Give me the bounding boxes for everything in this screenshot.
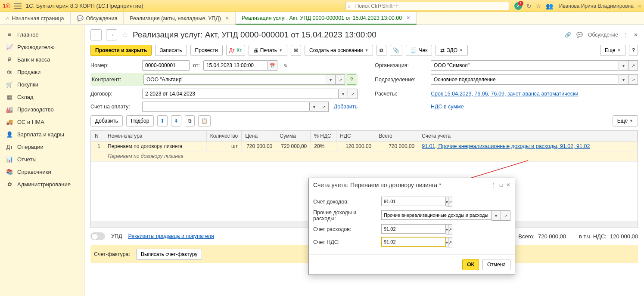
date-field[interactable] [203,60,268,71]
edo-button[interactable]: ⇄ЭДО▼ [436,45,468,56]
forward-button[interactable]: → [106,29,117,40]
col-ndspct[interactable]: % НДС [311,131,336,142]
nds-mode-link[interactable]: НДС в сумме [431,104,638,110]
dropdown-icon[interactable]: ▾ [492,210,501,221]
add-link[interactable]: Добавить [334,104,358,110]
cell-n[interactable]: 1 [91,142,104,151]
open-icon[interactable]: ↗ [628,74,638,85]
expense-acc-field[interactable] [381,224,446,234]
attach-button[interactable]: 📎 [390,45,402,56]
accounts-link[interactable]: 91.01, Прочие внереализационные доходы и… [422,143,590,149]
contragent-field[interactable] [143,74,326,85]
more-button[interactable]: Еще▼ [600,45,625,56]
col-accounts[interactable]: Счета учета [418,131,638,142]
dropdown-icon[interactable]: ▾ [310,102,319,112]
discuss-label[interactable]: Обсуждение [588,32,618,38]
sidebar-item-bank[interactable]: ₽Банк и касса [0,53,84,66]
dropdown-icon[interactable]: ▾ [619,60,628,71]
open-icon[interactable]: ↗ [319,102,329,112]
cell-nomen-detail[interactable]: Перенаем по договору лизинга [104,151,638,161]
discuss-icon[interactable]: 💬 [576,32,583,38]
cell-price[interactable]: 720 000,00 [242,142,276,151]
copy-button[interactable]: ⧉ [185,115,195,126]
sidebar-item-production[interactable]: 🏭Производство [0,103,84,116]
global-search-input[interactable] [345,2,509,10]
history-icon[interactable]: ↻ [526,3,532,9]
open-icon[interactable]: ↗ [501,210,510,221]
col-sum[interactable]: Сумма [276,131,311,142]
link-icon[interactable]: 🔗 [565,32,571,38]
sidebar-item-hr[interactable]: 👤Зарплата и кадры [0,128,84,141]
close-icon[interactable]: ✕ [506,182,510,188]
sidebar-item-reports[interactable]: 📊Отчеты [0,153,84,166]
open-icon[interactable]: ↗ [448,197,452,207]
open-icon[interactable]: ↗ [628,60,638,71]
users-icon[interactable]: 👥 [546,3,553,9]
print-button[interactable]: 🖨Печать▼ [249,45,287,56]
ok-button[interactable]: ОК [462,259,479,270]
back-button[interactable]: ← [90,29,102,40]
col-n[interactable]: N [91,131,104,142]
close-icon[interactable]: ✕ [225,15,229,21]
cell-ndspct[interactable]: 20% [311,142,336,151]
calendar-icon[interactable]: 📅 [268,60,277,71]
help-icon[interactable]: ? [347,74,356,85]
col-nomen[interactable]: Номенклатура [104,131,207,142]
table-row-sub[interactable]: Перенаем по договору лизинга [91,151,638,161]
sidebar-item-purchases[interactable]: 🛒Покупки [0,78,84,91]
pick-button[interactable]: Подбор [126,115,154,126]
open-icon[interactable]: ↗ [448,237,452,247]
open-icon[interactable]: ↗ [336,74,345,85]
check-button[interactable]: 🧾Чек [406,45,432,56]
org-field[interactable] [431,60,619,71]
save-button[interactable]: Записать [155,45,187,56]
email-button[interactable]: ✉ [291,45,301,56]
sidebar-item-directories[interactable]: 📚Справочники [0,166,84,178]
sidebar-item-warehouse[interactable]: ▦Склад [0,91,84,103]
col-total[interactable]: Всего [375,131,418,142]
favorite-icon[interactable]: ☆ [121,30,128,40]
paste-button[interactable]: 📋 [198,115,211,126]
close-icon[interactable]: ✕ [406,15,410,21]
help-button[interactable]: ? [629,45,638,56]
kebab-icon[interactable]: ⋮ [491,182,496,188]
col-price[interactable]: Цена [242,131,276,142]
table-row[interactable]: 1 Перенаем по договору лизинга шт 720 00… [91,142,638,151]
upd-toggle[interactable] [90,232,105,240]
notifications-icon[interactable]: ✔1 [514,2,522,10]
close-icon[interactable]: ✕ [634,32,638,38]
other-inc-field[interactable] [381,210,492,220]
star-icon[interactable]: ☆ [536,3,541,9]
cell-sum[interactable]: 720 000,00 [276,142,311,151]
number-field[interactable] [142,60,190,71]
open-icon[interactable]: ↗ [448,224,452,234]
sidebar-item-main[interactable]: ≡Главное [0,28,84,41]
cell-total[interactable]: 720 000,00 [375,142,418,151]
division-field[interactable] [431,74,619,85]
table-more-button[interactable]: Еще▼ [613,115,638,126]
kebab-icon[interactable]: ⋮ [623,32,628,38]
col-qty[interactable]: Количество [206,131,241,142]
dropdown-icon[interactable]: ▾ [619,74,628,85]
open-icon[interactable]: ↗ [348,89,358,99]
add-row-button[interactable]: Добавить [90,115,123,126]
post-button[interactable]: Провести [190,45,223,56]
tab-discussions[interactable]: 💬 Обсуждения [71,12,124,25]
tab-current-doc[interactable]: Реализация услуг: Акт, УПД 0000-000001 о… [236,12,417,25]
create-based-button[interactable]: Создать на основании▼ [305,45,373,56]
sidebar-item-assets[interactable]: 🚚ОС и НМА [0,116,84,128]
tab-home[interactable]: ⌂ Начальная страница [0,12,71,25]
refresh-icon[interactable]: ↻ [281,60,290,71]
move-up-button[interactable]: ⬆ [157,115,168,126]
sidebar-item-manager[interactable]: 📈Руководителю [0,41,84,53]
seller-details-link[interactable]: Реквизиты продавца и покупателя [128,233,214,239]
sidebar-item-sales[interactable]: 🛍Продажи [0,66,84,78]
maximize-icon[interactable]: □ [500,182,503,188]
dtkt-button[interactable]: ДтКт [226,45,245,56]
create-invoice-button[interactable]: Выписать счет-фактуру [136,249,202,260]
tab-realizations[interactable]: Реализация (акты, накладные, УПД) ✕ [124,12,236,25]
contract-field[interactable] [142,89,339,99]
calc-link[interactable]: Срок 15.04.2023, 76.06, 76.09, зачет ава… [431,91,638,97]
col-nds[interactable]: НДС [336,131,375,142]
cell-accounts[interactable]: 91.01, Прочие внереализационные доходы и… [418,142,638,151]
